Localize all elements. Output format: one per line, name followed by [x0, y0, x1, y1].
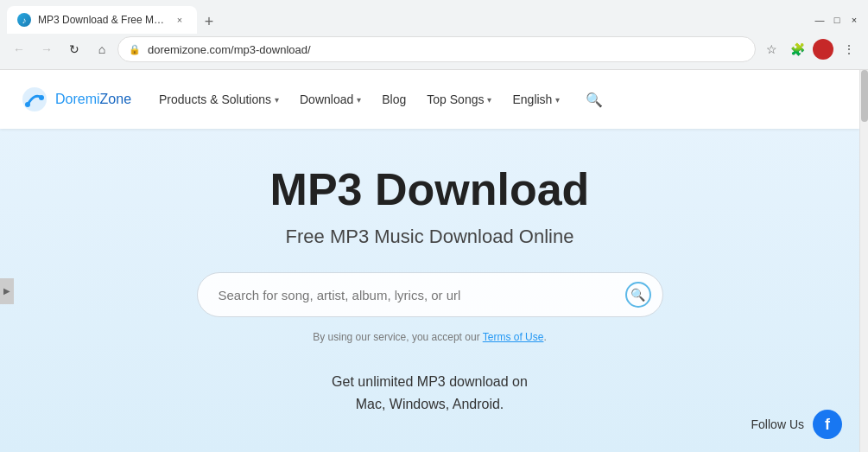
search-bar-container: 🔍 [197, 272, 663, 317]
new-tab-button[interactable]: + [197, 10, 221, 34]
nav-item-download[interactable]: Download ▾ [300, 92, 361, 106]
chevron-down-icon: ▾ [357, 95, 361, 105]
facebook-icon[interactable]: f [813, 410, 842, 439]
maximize-button[interactable]: □ [830, 13, 844, 27]
lock-icon: 🔒 [129, 44, 141, 55]
chevron-down-icon: ▾ [487, 95, 491, 105]
logo-zone: Zone [100, 92, 131, 106]
close-button[interactable]: × [847, 13, 861, 27]
site-nav: DoremiZone Products & Solutions ▾ Downlo… [0, 70, 859, 129]
address-bar: ← → ↻ ⌂ 🔒 doremizone.com/mp3-download/ ☆… [0, 33, 868, 69]
search-button[interactable]: 🔍 [625, 282, 651, 308]
tab-favicon: ♪ [17, 13, 31, 27]
logo[interactable]: DoremiZone [21, 86, 131, 113]
svg-point-2 [39, 95, 44, 100]
url-text: doremizone.com/mp3-download/ [148, 43, 744, 56]
search-nav-button[interactable]: 🔍 [580, 86, 608, 113]
promo-text: Get unlimited MP3 download on Mac, Windo… [332, 371, 528, 415]
nav-item-english[interactable]: English ▾ [512, 92, 560, 106]
menu-button[interactable]: ⋮ [837, 37, 861, 61]
bookmark-button[interactable]: ☆ [759, 37, 783, 61]
extensions-button[interactable]: 🧩 [785, 37, 809, 61]
tab-title: MP3 Download & Free MP3 Mus... [38, 14, 166, 26]
profile-avatar [813, 39, 833, 60]
nav-item-products[interactable]: Products & Solutions ▾ [159, 92, 279, 106]
browser-actions: ☆ 🧩 ⋮ [759, 37, 861, 61]
logo-icon [21, 86, 48, 113]
browser-chrome: ♪ MP3 Download & Free MP3 Mus... × + — □… [0, 0, 868, 70]
nav-item-top-songs[interactable]: Top Songs ▾ [427, 92, 491, 106]
site-content: DoremiZone Products & Solutions ▾ Downlo… [0, 70, 859, 452]
terms-text: By using our service, you accept our Ter… [313, 331, 547, 343]
refresh-button[interactable]: ↻ [62, 37, 86, 61]
follow-us-label: Follow Us [751, 417, 804, 431]
chevron-down-icon: ▾ [555, 95, 560, 105]
nav-items: Products & Solutions ▾ Download ▾ Blog T… [159, 86, 839, 113]
back-button[interactable]: ← [7, 37, 31, 61]
tab-close-button[interactable]: × [173, 13, 187, 27]
scrollbar[interactable] [859, 70, 868, 452]
profile-button[interactable] [811, 37, 835, 61]
title-bar: ♪ MP3 Download & Free MP3 Mus... × + — □… [0, 0, 868, 33]
forward-button[interactable]: → [35, 37, 59, 61]
svg-point-1 [25, 102, 30, 107]
page-subtitle: Free MP3 Music Download Online [286, 226, 574, 248]
follow-us: Follow Us f [751, 410, 842, 439]
minimize-button[interactable]: — [813, 13, 827, 27]
scrollbar-thumb[interactable] [861, 70, 868, 122]
terms-of-use-link[interactable]: Terms of Use [483, 331, 544, 343]
tab-area: ♪ MP3 Download & Free MP3 Mus... × + [7, 6, 809, 34]
main-content: ▶ MP3 Download Free MP3 Music Download O… [0, 129, 859, 452]
search-input[interactable] [197, 272, 663, 317]
page-title: MP3 Download [270, 163, 590, 215]
logo-text: DoremiZone [55, 92, 131, 107]
nav-item-blog[interactable]: Blog [382, 92, 406, 106]
home-button[interactable]: ⌂ [90, 37, 114, 61]
side-arrow-button[interactable]: ▶ [0, 278, 14, 304]
window-controls: — □ × [813, 13, 861, 27]
url-bar[interactable]: 🔒 doremizone.com/mp3-download/ [117, 36, 756, 62]
chevron-down-icon: ▾ [275, 95, 279, 105]
website: DoremiZone Products & Solutions ▾ Downlo… [0, 70, 868, 452]
logo-doremi: Doremi [55, 92, 100, 106]
browser-tab[interactable]: ♪ MP3 Download & Free MP3 Mus... × [7, 6, 197, 34]
